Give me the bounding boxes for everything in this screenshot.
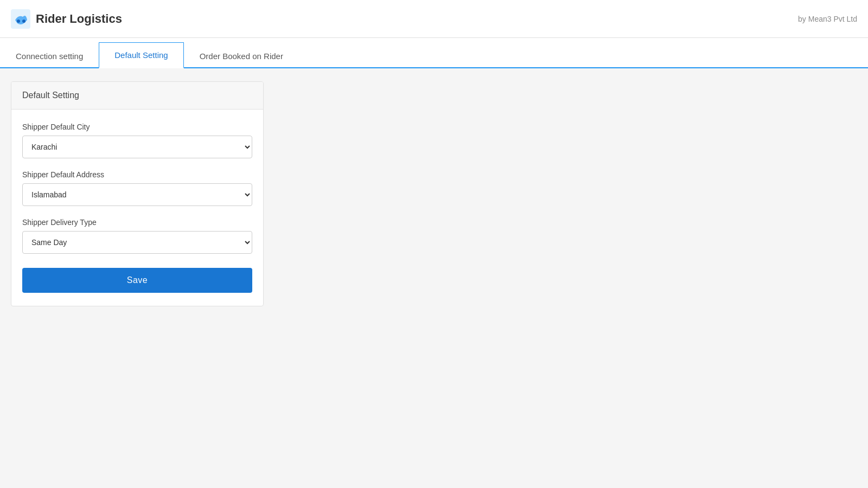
save-button[interactable]: Save	[22, 268, 252, 293]
label-shipper-delivery-type: Shipper Delivery Type	[22, 218, 252, 227]
tab-default-setting[interactable]: Default Setting	[99, 42, 183, 68]
form-group-address: Shipper Default Address Islamabad Karach…	[22, 170, 252, 206]
header-left: Rider Logistics	[11, 9, 122, 29]
app-header: Rider Logistics by Mean3 Pvt Ltd	[0, 0, 868, 38]
card-header: Default Setting	[11, 82, 263, 110]
form-group-delivery-type: Shipper Delivery Type Same Day Next Day …	[22, 218, 252, 254]
main-content: Default Setting Shipper Default City Kar…	[0, 68, 868, 488]
select-shipper-default-city[interactable]: Karachi Lahore Islamabad Peshawar Quetta	[22, 136, 252, 158]
form-group-city: Shipper Default City Karachi Lahore Isla…	[22, 123, 252, 158]
tab-connection-setting[interactable]: Connection setting	[0, 43, 99, 68]
svg-point-2	[22, 20, 25, 23]
label-shipper-default-city: Shipper Default City	[22, 123, 252, 131]
tab-order-booked-on-rider[interactable]: Order Booked on Rider	[184, 43, 299, 68]
app-title: Rider Logistics	[36, 12, 122, 26]
label-shipper-default-address: Shipper Default Address	[22, 170, 252, 179]
default-setting-card: Default Setting Shipper Default City Kar…	[11, 81, 264, 306]
svg-point-1	[17, 20, 20, 23]
tabs-bar: Connection setting Default Setting Order…	[0, 38, 868, 68]
app-logo-icon	[11, 9, 30, 29]
card-body: Shipper Default City Karachi Lahore Isla…	[11, 110, 263, 306]
select-shipper-default-address[interactable]: Islamabad Karachi Lahore Peshawar Quetta	[22, 183, 252, 206]
header-by-label: by Mean3 Pvt Ltd	[798, 15, 857, 23]
card-title: Default Setting	[22, 91, 79, 100]
select-shipper-delivery-type[interactable]: Same Day Next Day Express	[22, 231, 252, 254]
